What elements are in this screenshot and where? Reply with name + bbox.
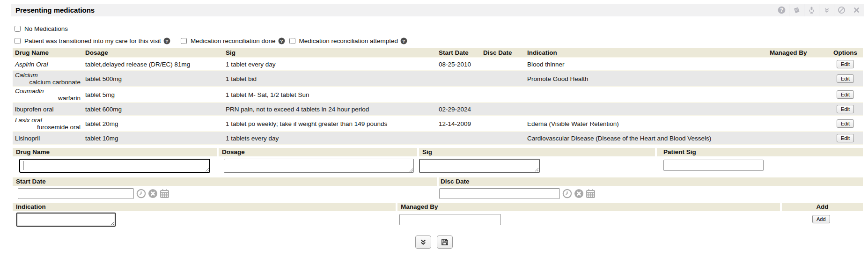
recon-done-label: Medication reconciliation done	[191, 37, 276, 44]
indication-input[interactable]	[16, 213, 116, 227]
table-row: Lasix oral furosemide oral tablet 20mg 1…	[13, 116, 863, 132]
drug-name-cell: ibuprofen oral	[13, 103, 83, 116]
start-date-input[interactable]	[18, 188, 134, 199]
help-icon[interactable]: ?	[163, 37, 170, 44]
column-header-disc-date: Disc Date	[481, 48, 525, 58]
calendar-icon[interactable]	[586, 189, 596, 199]
add-header: Add	[782, 203, 863, 211]
table-row: Aspirin Oral tablet,delayed release (DR/…	[13, 58, 863, 71]
start-date-cell	[436, 132, 481, 145]
drug-name-cell: Lasix oral furosemide oral	[13, 116, 83, 132]
start-date-controls	[136, 189, 169, 199]
close-icon[interactable]	[849, 4, 864, 16]
help-icon[interactable]: ?	[774, 4, 789, 16]
managed-by-cell	[767, 58, 828, 71]
edit-button[interactable]: Edit	[837, 134, 854, 142]
svg-text:?: ?	[780, 7, 783, 13]
start-date-cell: 12-14-2009	[436, 116, 481, 132]
column-header-options: Options	[828, 48, 863, 58]
collapse-icon[interactable]	[819, 4, 834, 16]
transitioned-checkbox[interactable]	[15, 38, 21, 44]
disable-icon[interactable]	[834, 4, 849, 16]
recon-attempted-label: Medication reconciliation attempted	[299, 37, 398, 44]
dosage-cell: tablet 5mg	[83, 87, 223, 103]
column-header-dosage: Dosage	[83, 48, 223, 58]
options-cell: Edit	[828, 116, 863, 132]
help-icon[interactable]: ?	[278, 37, 285, 44]
patient-sig-input[interactable]	[663, 160, 764, 171]
start-date-cell: 02-29-2024	[436, 103, 481, 116]
disc-date-controls	[562, 189, 596, 199]
drug-name-cell: Aspirin Oral	[13, 58, 83, 71]
form-input-row-3: Add	[13, 211, 863, 230]
table-row: Coumadin warfarin tablet 5mg 1 tablet M-…	[13, 87, 863, 103]
dosage-input[interactable]	[224, 159, 414, 173]
indication-cell	[525, 87, 767, 103]
sig-header: Sig	[419, 148, 655, 156]
clear-date-icon[interactable]	[148, 189, 158, 199]
form-header-row-3: Indication Managed By Add	[13, 203, 863, 211]
patient-sig-header: Patient Sig	[657, 148, 863, 156]
expand-more-button[interactable]	[415, 236, 431, 249]
time-icon[interactable]	[562, 189, 572, 199]
disc-date-cell	[481, 132, 525, 145]
dosage-cell: tablet,delayed release (DR/EC) 81mg	[83, 58, 223, 71]
indication-cell: Blood thinner	[525, 58, 767, 71]
microphone-icon[interactable]	[804, 4, 819, 16]
disc-date-input[interactable]	[439, 188, 560, 199]
medications-table: Drug NameDosageSigStart DateDisc DateInd…	[13, 48, 863, 145]
managed-by-cell	[767, 103, 828, 116]
indication-cell: Promote Good Health	[525, 71, 767, 87]
recon-done-checkbox[interactable]	[181, 38, 187, 44]
add-button[interactable]: Add	[812, 215, 830, 223]
edit-button[interactable]: Edit	[837, 74, 854, 83]
drug-generic-name: furosemide oral	[15, 124, 81, 131]
column-header-drug-name: Drug Name	[13, 48, 83, 58]
recon-attempted-group: Medication reconciliation attempted ?	[289, 37, 408, 44]
disc-date-cell	[481, 116, 525, 132]
form-input-row-2	[13, 186, 863, 203]
options-cell: Edit	[828, 103, 863, 116]
time-icon[interactable]	[136, 189, 146, 199]
journal-icon[interactable]	[789, 4, 804, 16]
managed-by-input[interactable]	[399, 214, 501, 225]
options-cell: Edit	[828, 58, 863, 71]
page-title: Presenting medications	[11, 6, 95, 14]
recon-attempted-checkbox[interactable]	[289, 38, 295, 44]
managed-by-cell	[767, 71, 828, 87]
disc-date-cell	[481, 58, 525, 71]
save-floppy-icon	[441, 238, 449, 246]
svg-text:?: ?	[403, 38, 405, 43]
dosage-cell: tablet 20mg	[83, 116, 223, 132]
indication-cell: Edema (Visible Water Retention)	[525, 116, 767, 132]
drug-name-input[interactable]	[19, 159, 210, 173]
sig-cell: 1 tablet bid	[223, 71, 436, 87]
disc-date-cell	[481, 103, 525, 116]
managed-by-cell	[767, 132, 828, 145]
sig-input[interactable]	[419, 159, 540, 173]
form-header-row-2: Start Date Disc Date	[13, 177, 863, 186]
sig-cell: 1 tablet po weekly; take if weight great…	[223, 116, 436, 132]
svg-text:?: ?	[165, 38, 168, 43]
column-header-indication: Indication	[525, 48, 767, 58]
medication-options: No Medications Patient was transitioned …	[15, 24, 868, 45]
table-header-row: Drug NameDosageSigStart DateDisc DateInd…	[13, 48, 863, 58]
dosage-cell: tablet 10mg	[83, 132, 223, 145]
recon-done-group: Medication reconciliation done ?	[181, 37, 285, 44]
start-date-cell	[436, 71, 481, 87]
edit-button[interactable]: Edit	[837, 105, 854, 113]
drug-brand-name: Lasix oral	[15, 117, 81, 124]
clear-date-icon[interactable]	[574, 189, 584, 199]
drug-name-cell: Coumadin warfarin	[13, 87, 83, 103]
dosage-cell: tablet 500mg	[83, 71, 223, 87]
save-button[interactable]	[437, 236, 453, 249]
form-input-row-1	[13, 156, 863, 177]
calendar-icon[interactable]	[160, 189, 169, 199]
help-icon[interactable]: ?	[400, 37, 407, 44]
edit-button[interactable]: Edit	[837, 60, 854, 68]
options-cell: Edit	[828, 71, 863, 87]
no-medications-checkbox[interactable]	[15, 26, 21, 32]
edit-button[interactable]: Edit	[837, 119, 854, 128]
edit-button[interactable]: Edit	[837, 90, 854, 99]
reconciliation-row: Patient was transitioned into my care fo…	[15, 36, 868, 45]
